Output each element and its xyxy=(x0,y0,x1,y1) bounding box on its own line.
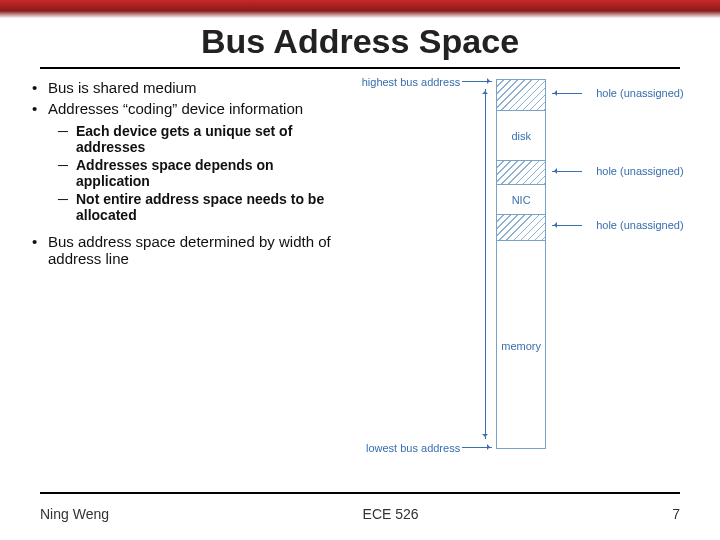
arrow-icon xyxy=(462,81,492,82)
diagram-bar: disk NIC memory xyxy=(496,79,546,449)
arrow-span-icon xyxy=(485,89,486,439)
bullet-2a: Each device gets a unique set of address… xyxy=(30,123,350,155)
footer-rule xyxy=(40,492,680,494)
arrow-icon xyxy=(552,225,582,226)
bullet-2b: Addresses space depends on application xyxy=(30,157,350,189)
bullet-3: Bus address space determined by width of… xyxy=(30,233,350,267)
bullet-2: Addresses “coding” device information xyxy=(30,100,350,117)
diagram-seg-hole-3 xyxy=(497,214,545,240)
diagram-seg-disk: disk xyxy=(497,110,545,160)
header-gradient xyxy=(0,0,720,18)
bullet-2c: Not entire address space needs to be all… xyxy=(30,191,350,223)
diagram-label-lowest: lowest bus address xyxy=(360,442,460,454)
bullet-1: Bus is shared medium xyxy=(30,79,350,96)
diagram-seg-nic: NIC xyxy=(497,184,545,214)
slide-title: Bus Address Space xyxy=(0,22,720,61)
diagram-seg-memory: memory xyxy=(497,240,545,450)
diagram-label-hole-1: hole (unassigned) xyxy=(596,87,696,99)
content-area: Bus is shared medium Addresses “coding” … xyxy=(0,69,720,479)
address-space-diagram: disk NIC memory highest bus address lowe… xyxy=(360,79,690,479)
arrow-icon xyxy=(552,171,582,172)
footer: Ning Weng ECE 526 7 xyxy=(40,506,680,522)
arrow-icon xyxy=(462,447,492,448)
diagram-seg-hole-2 xyxy=(497,160,545,184)
diagram-label-hole-3: hole (unassigned) xyxy=(596,219,696,231)
bullet-column: Bus is shared medium Addresses “coding” … xyxy=(30,79,350,479)
arrow-icon xyxy=(552,93,582,94)
diagram-label-highest: highest bus address xyxy=(360,76,460,88)
footer-course: ECE 526 xyxy=(363,506,419,522)
footer-page-number: 7 xyxy=(672,506,680,522)
diagram-seg-hole-top xyxy=(497,80,545,110)
diagram-label-hole-2: hole (unassigned) xyxy=(596,165,696,177)
footer-author: Ning Weng xyxy=(40,506,109,522)
